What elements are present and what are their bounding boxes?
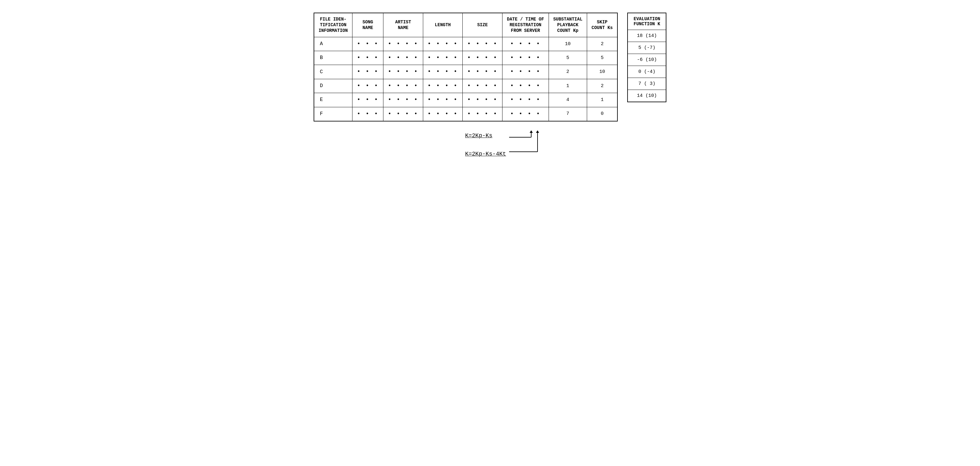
cell-kp: 4	[549, 93, 587, 107]
cell-eval-value: 14 (10)	[628, 90, 666, 102]
cell-ks: 0	[587, 107, 618, 121]
cell-date-time: • • • •	[503, 51, 549, 65]
arrows-svg	[506, 130, 544, 162]
cell-kp: 5	[549, 51, 587, 65]
eval-row: 0 (-4)	[628, 66, 666, 78]
cell-date-time: • • • •	[503, 79, 549, 93]
cell-eval-value: 0 (-4)	[628, 66, 666, 78]
cell-song-name: • • •	[352, 51, 383, 65]
cell-size: • • • •	[463, 65, 503, 79]
formulas-block: K=2Kp-Ks K=2Kp-Ks-4Kt	[465, 133, 506, 163]
eval-row: 7 ( 3)	[628, 78, 666, 90]
page-wrapper: FILE IDEN-TIFICATIONINFORMATION SONGNAME…	[313, 13, 667, 163]
header-eval-function: EVALUATIONFUNCTION K	[628, 13, 666, 30]
cell-kp: 2	[549, 65, 587, 79]
cell-kp: 10	[549, 37, 587, 51]
cell-file-id: D	[314, 79, 352, 93]
cell-artist-name: • • • •	[383, 51, 423, 65]
cell-eval-value: 18 (14)	[628, 30, 666, 42]
table-row: C• • •• • • •• • • •• • • •• • • •210	[314, 65, 618, 79]
header-file-id: FILE IDEN-TIFICATIONINFORMATION	[314, 13, 352, 37]
cell-artist-name: • • • •	[383, 37, 423, 51]
cell-length: • • • •	[423, 37, 463, 51]
table-row: A• • •• • • •• • • •• • • •• • • •102	[314, 37, 618, 51]
eval-row: 14 (10)	[628, 90, 666, 102]
cell-file-id: C	[314, 65, 352, 79]
main-table: FILE IDEN-TIFICATIONINFORMATION SONGNAME…	[313, 13, 618, 122]
eval-row: -6 (10)	[628, 54, 666, 66]
cell-length: • • • •	[423, 93, 463, 107]
header-length: LENGTH	[423, 13, 463, 37]
formula1-line: K=2Kp-Ks	[465, 133, 506, 139]
header-playback-count: SUBSTANTIALPLAYBACKCOUNT Kp	[549, 13, 587, 37]
cell-ks: 5	[587, 51, 618, 65]
cell-song-name: • • •	[352, 65, 383, 79]
cell-artist-name: • • • •	[383, 93, 423, 107]
eval-table: EVALUATIONFUNCTION K 18 (14)5 (-7)-6 (10…	[627, 13, 667, 102]
right-section: FILE IDEN-TIFICATIONINFORMATION SONGNAME…	[313, 13, 667, 163]
cell-kp: 1	[549, 79, 587, 93]
cell-file-id: E	[314, 93, 352, 107]
formula1-text: K=2Kp-Ks	[465, 133, 492, 139]
cell-size: • • • •	[463, 107, 503, 121]
cell-file-id: B	[314, 51, 352, 65]
tables-row: FILE IDEN-TIFICATIONINFORMATION SONGNAME…	[313, 13, 667, 122]
cell-date-time: • • • •	[503, 65, 549, 79]
cell-size: • • • •	[463, 51, 503, 65]
header-size: SIZE	[463, 13, 503, 37]
formula2-text: K=2Kp-Ks-4Kt	[465, 151, 506, 157]
svg-marker-5	[536, 130, 539, 133]
cell-ks: 1	[587, 93, 618, 107]
arrow-container	[506, 130, 544, 163]
cell-kp: 7	[549, 107, 587, 121]
cell-song-name: • • •	[352, 37, 383, 51]
header-artist-name: ARTISTNAME	[383, 13, 423, 37]
cell-date-time: • • • •	[503, 107, 549, 121]
cell-length: • • • •	[423, 51, 463, 65]
table-row: D• • •• • • •• • • •• • • •• • • •12	[314, 79, 618, 93]
cell-artist-name: • • • •	[383, 79, 423, 93]
cell-eval-value: -6 (10)	[628, 54, 666, 66]
header-song-name: SONGNAME	[352, 13, 383, 37]
cell-eval-value: 7 ( 3)	[628, 78, 666, 90]
cell-date-time: • • • •	[503, 37, 549, 51]
cell-ks: 10	[587, 65, 618, 79]
cell-ks: 2	[587, 37, 618, 51]
cell-song-name: • • •	[352, 79, 383, 93]
cell-size: • • • •	[463, 79, 503, 93]
cell-file-id: F	[314, 107, 352, 121]
table-row: B• • •• • • •• • • •• • • •• • • •55	[314, 51, 618, 65]
cell-song-name: • • •	[352, 107, 383, 121]
cell-size: • • • •	[463, 37, 503, 51]
cell-artist-name: • • • •	[383, 65, 423, 79]
cell-size: • • • •	[463, 93, 503, 107]
header-date-time: DATE / TIME OFREGISTRATIONFROM SERVER	[503, 13, 549, 37]
header-skip-count: SKIPCOUNT Ks	[587, 13, 618, 37]
cell-artist-name: • • • •	[383, 107, 423, 121]
cell-length: • • • •	[423, 79, 463, 93]
cell-length: • • • •	[423, 107, 463, 121]
cell-ks: 2	[587, 79, 618, 93]
eval-row: 18 (14)	[628, 30, 666, 42]
bottom-section: K=2Kp-Ks K=2Kp-Ks-4Kt	[313, 130, 544, 163]
cell-eval-value: 5 (-7)	[628, 42, 666, 54]
eval-row: 5 (-7)	[628, 42, 666, 54]
table-row: F• • •• • • •• • • •• • • •• • • •70	[314, 107, 618, 121]
formula2-line: K=2Kp-Ks-4Kt	[465, 151, 506, 157]
svg-marker-2	[530, 130, 533, 133]
table-row: E• • •• • • •• • • •• • • •• • • •41	[314, 93, 618, 107]
cell-date-time: • • • •	[503, 93, 549, 107]
cell-file-id: A	[314, 37, 352, 51]
cell-song-name: • • •	[352, 93, 383, 107]
cell-length: • • • •	[423, 65, 463, 79]
